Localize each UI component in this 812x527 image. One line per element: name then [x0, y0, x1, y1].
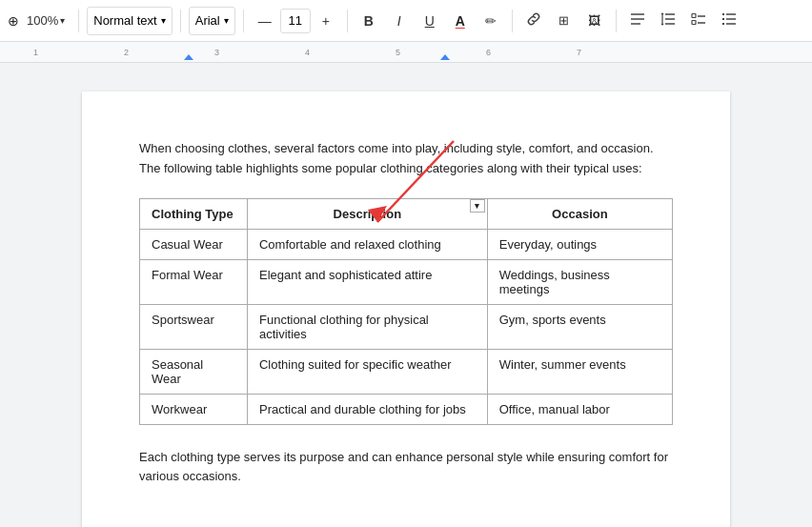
table-cell-0-0: Casual Wear — [140, 229, 248, 259]
divider-6 — [616, 10, 617, 32]
right-margin-indicator[interactable] — [440, 54, 450, 60]
svg-rect-8 — [692, 21, 696, 25]
style-label: Normal text — [93, 13, 156, 28]
ruler-num-1: 1 — [33, 48, 38, 57]
ruler-num-2: 2 — [124, 48, 129, 57]
table-body: Casual WearComfortable and relaxed cloth… — [140, 229, 673, 424]
table-cell-2-2: Gym, sports events — [487, 304, 672, 349]
ruler-num-6: 6 — [486, 48, 491, 57]
bold-button[interactable]: B — [355, 7, 382, 35]
table-cell-4-0: Workwear — [140, 394, 248, 424]
list-button[interactable] — [716, 7, 742, 35]
font-size-group: — + — [252, 7, 339, 35]
table-cell-1-0: Formal Wear — [140, 259, 248, 304]
table-cell-0-2: Everyday, outings — [487, 229, 672, 259]
checklist-button[interactable] — [685, 7, 712, 35]
col-header-description: Description ▾ — [247, 198, 487, 229]
clothing-table: Clothing Type Description ▾ Occasion — [139, 198, 673, 425]
zoom-icon: ⊕ — [8, 13, 19, 29]
description-header-cell: Description ▾ — [259, 207, 476, 221]
intro-paragraph[interactable]: When choosing clothes, several factors c… — [139, 139, 673, 179]
table-cell-4-1: Practical and durable clothing for jobs — [247, 394, 487, 424]
ruler: 1 2 3 4 5 6 7 — [0, 42, 812, 63]
font-size-decrease-button[interactable]: — — [252, 7, 278, 35]
zoom-value: 100% — [27, 13, 58, 28]
table-row: WorkwearPractical and durable clothing f… — [140, 394, 673, 424]
highlight-button[interactable]: ✏ — [477, 7, 504, 35]
table-cell-0-1: Comfortable and relaxed clothing — [247, 229, 487, 259]
zoom-select[interactable]: 100% ▾ — [21, 7, 71, 35]
table-row: SportswearFunctional clothing for physic… — [140, 304, 673, 349]
footer-paragraph[interactable]: Each clothing type serves its purpose an… — [139, 448, 673, 488]
table-cell-2-1: Functional clothing for physical activit… — [247, 304, 487, 349]
italic-button[interactable]: I — [386, 7, 413, 35]
underline-button[interactable]: U — [416, 7, 443, 35]
link-button[interactable] — [520, 7, 547, 35]
table-header-row: Clothing Type Description ▾ Occasion — [140, 198, 673, 229]
toolbar: ⊕ 100% ▾ Normal text ▾ Arial ▾ — + B I U — [0, 0, 812, 42]
line-spacing-button[interactable] — [655, 7, 681, 35]
table-container: Clothing Type Description ▾ Occasion — [139, 198, 673, 425]
ruler-num-3: 3 — [214, 48, 219, 57]
table-row: Casual WearComfortable and relaxed cloth… — [140, 229, 673, 259]
divider-3 — [243, 10, 244, 32]
document-area: When choosing clothes, several factors c… — [0, 63, 812, 527]
toolbar-zoom-group: ⊕ 100% ▾ — [8, 7, 71, 35]
style-selector[interactable]: Normal text ▾ — [87, 7, 172, 35]
table-cell-3-1: Clothing suited for specific weather — [247, 349, 487, 394]
font-selector[interactable]: Arial ▾ — [189, 7, 235, 35]
table-cell-1-2: Weddings, business meetings — [487, 259, 672, 304]
align-button[interactable] — [624, 7, 651, 35]
col-header-occasion: Occasion — [487, 198, 672, 229]
zoom-chevron-icon: ▾ — [60, 15, 65, 26]
table-row: Formal WearElegant and sophisticated att… — [140, 259, 673, 304]
table-cell-3-2: Winter, summer events — [487, 349, 672, 394]
page: When choosing clothes, several factors c… — [82, 91, 730, 527]
divider-1 — [78, 10, 79, 32]
font-size-increase-button[interactable]: + — [313, 7, 339, 35]
table-cell-1-1: Elegant and sophisticated attire — [247, 259, 487, 304]
table-cell-4-2: Office, manual labor — [487, 394, 672, 424]
divider-4 — [347, 10, 348, 32]
table-cell-2-0: Sportswear — [140, 304, 248, 349]
style-chevron-icon: ▾ — [161, 15, 166, 26]
insert-image-placeholder-button[interactable]: ⊞ — [551, 7, 578, 35]
ruler-num-4: 4 — [305, 48, 310, 57]
table-cell-3-0: Seasonal Wear — [140, 349, 248, 394]
font-chevron-icon: ▾ — [224, 15, 229, 26]
description-dropdown-button[interactable]: ▾ — [470, 199, 485, 213]
col-header-clothing-type: Clothing Type — [140, 198, 248, 229]
left-margin-indicator[interactable] — [184, 54, 193, 60]
font-size-input[interactable] — [280, 9, 311, 33]
insert-image-button[interactable]: 🖼 — [581, 7, 608, 35]
font-label: Arial — [195, 13, 220, 28]
ruler-num-5: 5 — [396, 48, 400, 57]
table-row: Seasonal WearClothing suited for specifi… — [140, 349, 673, 394]
divider-2 — [180, 10, 181, 32]
divider-5 — [512, 10, 513, 32]
svg-rect-6 — [692, 14, 696, 18]
text-color-button[interactable]: A — [447, 7, 474, 35]
ruler-num-7: 7 — [577, 48, 581, 57]
